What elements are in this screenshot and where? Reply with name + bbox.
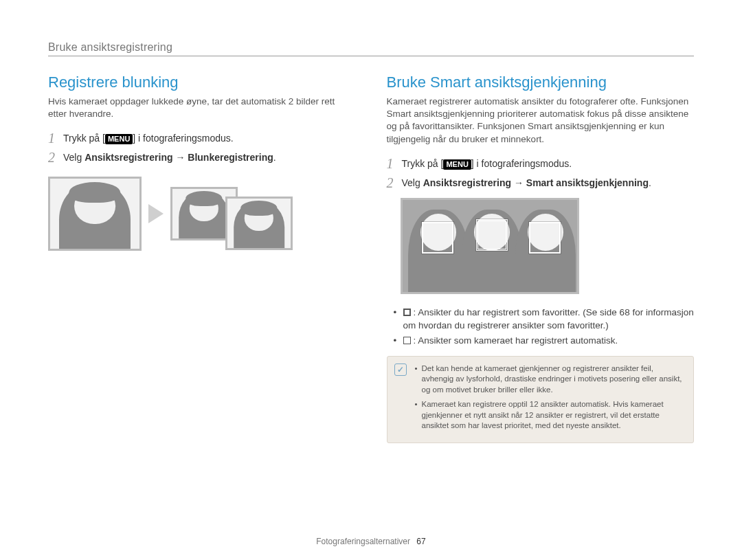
page-number: 67	[416, 537, 425, 546]
smart-face-illustration	[401, 198, 579, 294]
step-text: Velg	[63, 152, 85, 163]
page-footer: Fotograferingsalternativer 67	[0, 537, 742, 546]
right-desc: Kameraet registrerer automatisk ansikter…	[387, 96, 695, 146]
arrow-right-icon	[148, 204, 164, 223]
step-text: Trykk på [	[63, 133, 105, 144]
right-column: Bruke Smart ansiktsgjenkjenning Kameraet…	[387, 74, 695, 443]
right-step-2: 2 Velg Ansiktsregistrering → Smart ansik…	[387, 176, 695, 190]
step-number: 2	[387, 176, 396, 190]
menu-badge: MENU	[105, 134, 133, 144]
left-column: Registrere blunking Hvis kameraet oppdag…	[48, 74, 356, 443]
legend-item-favorite: : Ansikter du har registrert som favorit…	[403, 306, 695, 333]
left-desc: Hvis kameraet oppdager lukkede øyne, tar…	[48, 96, 356, 120]
blink-illustration	[48, 177, 356, 251]
step-text: .	[273, 152, 276, 163]
footer-section: Fotograferingsalternativer	[316, 537, 410, 546]
right-heading: Bruke Smart ansiktsgjenkjenning	[387, 74, 695, 91]
auto-face-box-icon	[403, 337, 411, 344]
favorite-face-box-icon	[403, 309, 411, 316]
note-item: Kameraet kan registrere opptil 12 ansikt…	[415, 399, 686, 432]
breadcrumb: Bruke ansiktsregistrering	[48, 41, 694, 56]
auto-face-box-icon	[529, 222, 561, 254]
step-bold: Ansiktsregistrering → Blunkeregistrering	[85, 152, 273, 163]
legend-item-auto: : Ansikter som kameraet har registrert a…	[403, 335, 695, 348]
note-icon: ✓	[394, 363, 407, 376]
photo-frame-small	[225, 197, 293, 250]
step-text: .	[649, 177, 651, 188]
left-step-1: 1 Trykk på [MENU] i fotograferingsmodus.	[48, 131, 356, 145]
step-text: Trykk på [	[402, 158, 444, 169]
step-number: 1	[387, 157, 396, 170]
step-text: ] i fotograferingsmodus.	[471, 158, 572, 169]
left-heading: Registrere blunking	[48, 74, 356, 91]
right-step-1: 1 Trykk på [MENU] i fotograferingsmodus.	[387, 157, 695, 170]
legend-text: : Ansikter du har registrert som favorit…	[403, 307, 694, 331]
step-text: Velg	[402, 177, 423, 188]
step-number: 1	[48, 131, 58, 145]
legend-text: : Ansikter som kameraet har registrert a…	[414, 335, 618, 346]
legend-list: : Ansikter du har registrert som favorit…	[387, 306, 695, 348]
svg-marker-0	[148, 204, 164, 223]
left-step-2: 2 Velg Ansiktsregistrering → Blunkeregis…	[48, 150, 356, 164]
photo-frame-large	[48, 177, 142, 251]
favorite-face-box-icon	[476, 219, 508, 251]
note-box: ✓ Det kan hende at kameraet gjenkjenner …	[387, 356, 695, 443]
step-bold: Ansiktsregistrering → Smart ansiktsgjenk…	[423, 177, 649, 188]
note-item: Det kan hende at kameraet gjenkjenner og…	[415, 363, 686, 396]
menu-badge: MENU	[443, 159, 471, 170]
step-text: ] i fotograferingsmodus.	[133, 133, 233, 144]
step-number: 2	[48, 150, 58, 164]
auto-face-box-icon	[422, 222, 453, 254]
